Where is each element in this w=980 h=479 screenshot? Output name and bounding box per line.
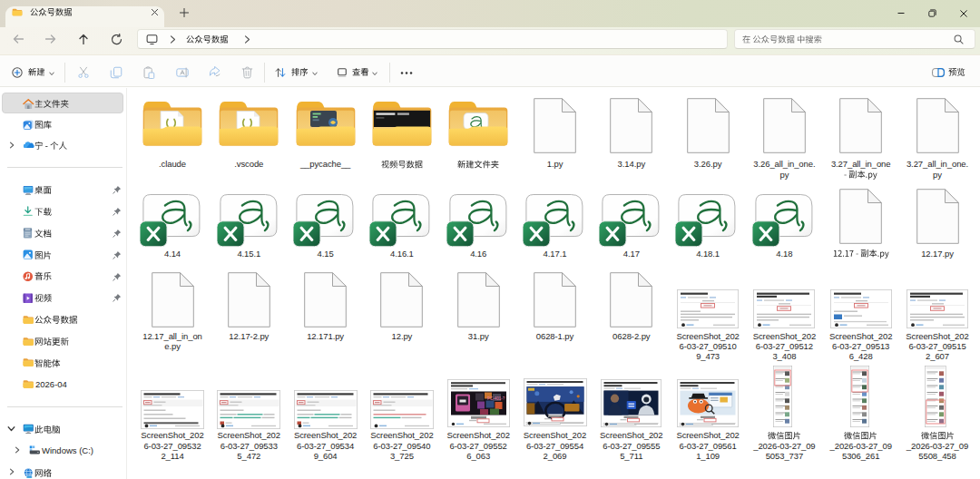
svg-text:PC-401-?: PC-401-? [487,396,505,401]
